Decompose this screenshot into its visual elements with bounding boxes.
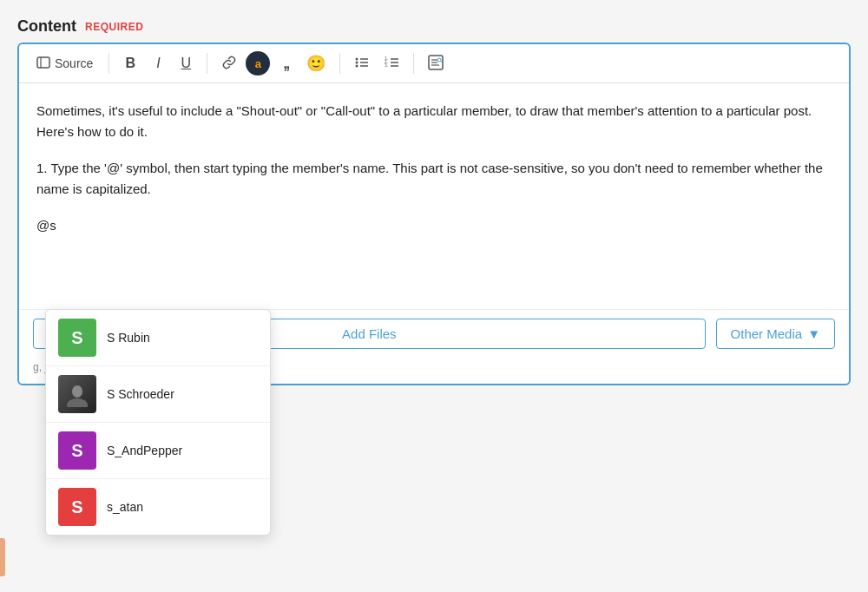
- svg-rect-0: [37, 57, 49, 68]
- toolbar: Source B I U: [19, 44, 849, 83]
- avatar-s-atan: S: [58, 488, 96, 526]
- underline-button[interactable]: U: [174, 51, 198, 76]
- toolbar-divider-3: [339, 53, 340, 74]
- amazon-button[interactable]: a: [246, 51, 270, 76]
- mention-dropdown: S S Rubin S Schroeder: [45, 309, 271, 536]
- link-icon: [221, 55, 237, 73]
- chevron-down-icon: ▼: [807, 326, 820, 341]
- link-button[interactable]: [216, 51, 242, 76]
- find-replace-icon: [428, 55, 444, 73]
- content-paragraph-2: 1. Type the '@' symbol, then start typin…: [36, 158, 832, 200]
- member-name-s-atan: s_atan: [107, 500, 143, 514]
- left-accent-bar: [0, 538, 5, 576]
- page-wrapper: Content REQUIRED Source B I: [17, 17, 851, 385]
- avatar-s-schroeder: [58, 375, 96, 413]
- bold-button[interactable]: B: [118, 51, 142, 76]
- italic-button[interactable]: I: [146, 51, 170, 76]
- field-label: Content REQUIRED: [17, 17, 851, 36]
- toolbar-divider-2: [207, 53, 207, 74]
- mention-item-s-atan[interactable]: S s_atan: [46, 479, 270, 535]
- content-area[interactable]: Sometimes, it's useful to include a "Sho…: [19, 83, 849, 309]
- source-label: Source: [55, 56, 93, 70]
- svg-text:3.: 3.: [385, 62, 388, 68]
- svg-point-2: [356, 57, 358, 60]
- unordered-list-icon: [354, 55, 370, 73]
- emoji-button[interactable]: 🙂: [301, 51, 331, 76]
- source-button[interactable]: Source: [30, 52, 100, 76]
- svg-point-21: [67, 398, 88, 407]
- svg-point-18: [437, 58, 441, 62]
- content-paragraph-1: Sometimes, it's useful to include a "Sho…: [36, 101, 832, 142]
- member-name-s-andpepper: S_AndPepper: [107, 444, 182, 457]
- unordered-list-button[interactable]: [349, 51, 375, 76]
- required-badge: REQUIRED: [85, 21, 143, 33]
- other-media-label: Other Media: [731, 326, 803, 341]
- svg-line-19: [441, 61, 443, 62]
- at-mention-text: @s: [36, 215, 832, 236]
- other-media-button[interactable]: Other Media ▼: [716, 319, 835, 349]
- avatar-s-andpepper: S: [58, 431, 96, 470]
- ordered-list-icon: 1. 2. 3.: [384, 55, 399, 73]
- mention-item-s-schroeder[interactable]: S Schroeder: [46, 366, 270, 423]
- editor-container: Source B I U: [17, 43, 851, 385]
- quote-button[interactable]: ,,: [273, 51, 298, 76]
- mention-item-s-andpepper[interactable]: S S_AndPepper: [46, 423, 270, 479]
- toolbar-divider-4: [413, 53, 414, 74]
- field-label-text: Content: [17, 17, 76, 36]
- ordered-list-button[interactable]: 1. 2. 3.: [378, 51, 404, 76]
- member-name-s-schroeder: S Schroeder: [107, 387, 174, 401]
- amazon-icon: a: [255, 57, 261, 70]
- find-replace-button[interactable]: [423, 51, 449, 76]
- toolbar-divider-1: [108, 53, 109, 74]
- source-icon: [36, 56, 50, 72]
- quote-icon: ,,: [283, 55, 288, 73]
- emoji-icon: 🙂: [306, 54, 326, 73]
- member-name-s-rubin: S Rubin: [107, 331, 150, 345]
- mention-item-s-rubin[interactable]: S S Rubin: [46, 310, 270, 366]
- svg-point-4: [356, 64, 358, 67]
- svg-point-20: [72, 385, 82, 398]
- avatar-s-rubin: S: [58, 319, 96, 357]
- svg-point-3: [356, 61, 358, 63]
